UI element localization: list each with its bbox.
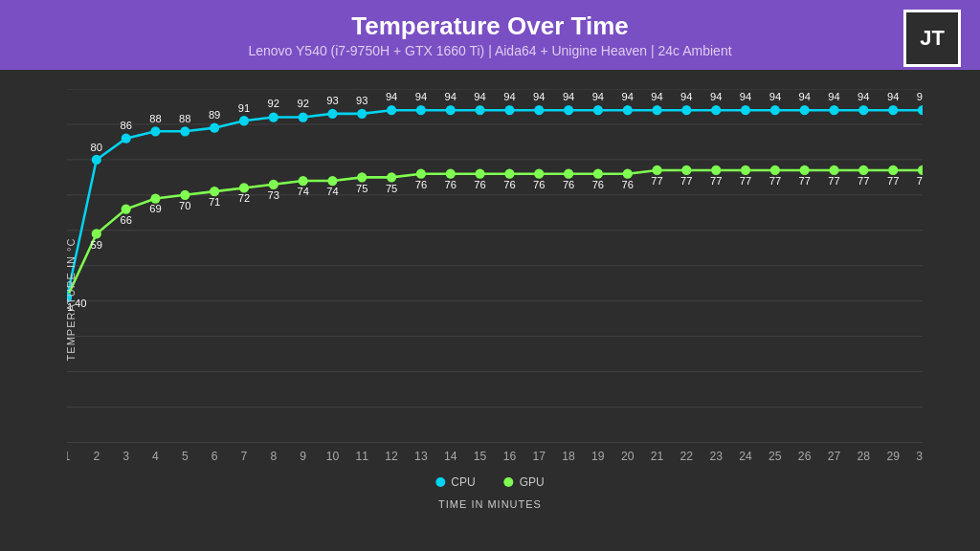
svg-text:23: 23 xyxy=(709,450,723,462)
svg-text:9: 9 xyxy=(300,450,306,462)
svg-text:94: 94 xyxy=(415,91,427,102)
svg-text:18: 18 xyxy=(562,450,575,462)
svg-text:94: 94 xyxy=(858,91,869,102)
svg-text:77: 77 xyxy=(887,175,899,187)
svg-text:94: 94 xyxy=(622,91,634,102)
svg-point-76 xyxy=(416,105,426,115)
chart-area: TEMPERATURE IN °C 0 10 20 30 40 50 60 70… xyxy=(0,70,980,529)
svg-point-86 xyxy=(564,105,573,115)
svg-text:77: 77 xyxy=(769,175,781,187)
svg-text:94: 94 xyxy=(533,91,545,102)
svg-text:77: 77 xyxy=(651,175,662,187)
y-axis-label: TEMPERATURE IN °C xyxy=(65,238,77,362)
svg-text:94: 94 xyxy=(917,91,923,102)
svg-text:94: 94 xyxy=(680,91,692,102)
svg-text:5: 5 xyxy=(182,450,189,462)
svg-text:76: 76 xyxy=(533,179,545,190)
svg-point-62 xyxy=(210,123,219,133)
svg-point-94 xyxy=(681,105,691,115)
svg-text:71: 71 xyxy=(209,196,220,208)
svg-text:6: 6 xyxy=(212,450,218,462)
svg-text:25: 25 xyxy=(768,450,782,462)
svg-text:66: 66 xyxy=(120,214,131,226)
svg-text:27: 27 xyxy=(828,450,841,462)
svg-text:8: 8 xyxy=(270,450,277,462)
svg-text:2: 2 xyxy=(93,450,100,462)
svg-text:77: 77 xyxy=(798,175,810,187)
svg-point-84 xyxy=(534,105,544,115)
svg-text:3: 3 xyxy=(122,450,129,462)
svg-point-120 xyxy=(210,187,219,196)
svg-text:74: 74 xyxy=(297,186,308,197)
svg-text:76: 76 xyxy=(445,179,457,190)
svg-text:77: 77 xyxy=(680,175,692,187)
svg-text:76: 76 xyxy=(592,179,604,190)
svg-point-66 xyxy=(269,112,278,121)
svg-point-116 xyxy=(150,193,160,203)
cpu-legend-dot xyxy=(435,477,445,487)
svg-point-140 xyxy=(504,169,514,179)
chart-title: Temperature Over Time xyxy=(19,11,961,41)
svg-text:15: 15 xyxy=(474,450,487,462)
svg-text:77: 77 xyxy=(858,175,869,187)
svg-text:94: 94 xyxy=(887,91,899,102)
svg-point-148 xyxy=(623,169,633,179)
chart-subtitle: Lenovo Y540 (i7-9750H + GTX 1660 Ti) | A… xyxy=(19,43,961,58)
x-axis-label: TIME IN MINUTES xyxy=(438,498,542,510)
svg-text:13: 13 xyxy=(414,450,428,462)
svg-point-130 xyxy=(357,172,367,182)
svg-text:19: 19 xyxy=(591,450,605,462)
svg-point-68 xyxy=(299,112,308,121)
svg-text:86: 86 xyxy=(120,120,131,131)
svg-text:77: 77 xyxy=(740,175,751,187)
svg-text:94: 94 xyxy=(563,91,574,102)
svg-text:1: 1 xyxy=(67,450,71,462)
svg-text:20: 20 xyxy=(621,450,635,462)
svg-text:10: 10 xyxy=(326,450,340,462)
svg-point-96 xyxy=(711,105,721,115)
svg-point-80 xyxy=(475,105,484,115)
svg-point-106 xyxy=(858,105,868,115)
svg-text:93: 93 xyxy=(326,95,338,106)
legend: CPU GPU xyxy=(435,475,544,489)
svg-point-110 xyxy=(918,105,923,115)
svg-text:94: 94 xyxy=(740,91,751,102)
svg-point-112 xyxy=(92,229,101,238)
svg-text:75: 75 xyxy=(386,183,397,194)
svg-text:94: 94 xyxy=(710,91,722,102)
svg-text:76: 76 xyxy=(622,179,634,190)
svg-text:94: 94 xyxy=(769,91,781,102)
gpu-legend-label: GPU xyxy=(520,475,545,489)
svg-text:24: 24 xyxy=(739,450,752,462)
svg-text:94: 94 xyxy=(503,91,515,102)
svg-point-104 xyxy=(829,105,838,115)
svg-text:94: 94 xyxy=(798,91,810,102)
svg-point-70 xyxy=(327,109,337,119)
svg-text:94: 94 xyxy=(828,91,839,102)
svg-point-142 xyxy=(534,169,544,179)
svg-text:22: 22 xyxy=(680,450,694,462)
svg-text:73: 73 xyxy=(268,189,279,201)
svg-point-124 xyxy=(269,180,278,189)
cpu-legend-label: CPU xyxy=(451,475,475,489)
svg-text:21: 21 xyxy=(651,450,664,462)
svg-point-90 xyxy=(623,105,633,115)
svg-text:14: 14 xyxy=(444,450,457,462)
svg-text:30: 30 xyxy=(916,450,923,462)
svg-point-54 xyxy=(92,155,101,165)
svg-point-134 xyxy=(416,169,426,179)
svg-text:94: 94 xyxy=(474,91,485,102)
svg-point-56 xyxy=(122,134,131,143)
svg-text:29: 29 xyxy=(886,450,900,462)
svg-point-78 xyxy=(446,105,456,115)
svg-text:76: 76 xyxy=(503,179,515,190)
svg-text:69: 69 xyxy=(149,203,161,214)
svg-point-82 xyxy=(504,105,514,115)
svg-text:94: 94 xyxy=(592,91,604,102)
svg-point-60 xyxy=(180,126,189,136)
svg-point-108 xyxy=(888,105,898,115)
logo: JT xyxy=(903,10,961,67)
svg-text:91: 91 xyxy=(238,102,250,114)
svg-point-136 xyxy=(446,169,456,179)
svg-text:59: 59 xyxy=(91,239,102,251)
